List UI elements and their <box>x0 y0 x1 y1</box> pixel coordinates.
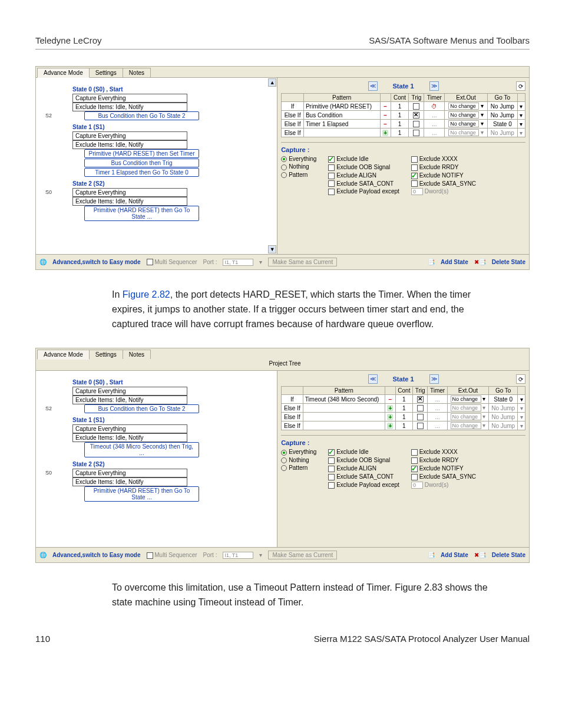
capture-nothing-radio-2[interactable] <box>281 457 287 463</box>
extout-select[interactable]: No change <box>448 103 479 110</box>
multi-sequencer-checkbox[interactable] <box>147 259 153 265</box>
extout-select[interactable]: No change <box>448 120 479 127</box>
exclude-oob-checkbox[interactable] <box>328 164 335 171</box>
exclude-idle-checkbox[interactable] <box>328 156 335 163</box>
exclude-satacont-checkbox[interactable] <box>328 180 335 187</box>
state-0-action-1[interactable]: Bus Condition then Go To State 2 <box>84 111 199 120</box>
trig-checkbox[interactable] <box>413 112 419 118</box>
table-row[interactable]: Else If + 1 ... No change ▾ No Jump▾ <box>282 421 525 430</box>
capture-pattern-radio[interactable] <box>281 172 287 178</box>
remove-icon[interactable]: − <box>388 396 392 403</box>
state-2-action-1-2[interactable]: Primitive (HARD RESET) then Go To State … <box>84 486 199 502</box>
extout-select[interactable]: No change <box>448 111 479 118</box>
state-1-capture[interactable]: Capture Everything <box>72 131 187 140</box>
exclude-rrdy-checkbox[interactable] <box>411 164 418 171</box>
state-1-action-3[interactable]: Timer 1 Elapsed then Go To State 0 <box>84 168 199 177</box>
exclude-align-checkbox-2[interactable] <box>328 466 335 472</box>
next-state-button[interactable]: ≫ <box>429 81 439 91</box>
exclude-rrdy-checkbox-2[interactable] <box>411 457 418 464</box>
exclude-satacont-checkbox-2[interactable] <box>328 474 335 480</box>
tab-settings[interactable]: Settings <box>89 68 123 77</box>
trig-checkbox[interactable] <box>413 130 419 136</box>
prev-state-button-2[interactable]: ≪ <box>368 374 378 384</box>
dword-input[interactable]: 0 <box>411 188 423 195</box>
capture-pattern-radio-2[interactable] <box>281 465 287 471</box>
prev-state-button[interactable]: ≪ <box>368 81 378 91</box>
state-0-exclude[interactable]: Exclude Items: Idle, Notify <box>72 103 187 111</box>
trig-checkbox[interactable] <box>417 396 424 403</box>
state-2-exclude-2[interactable]: Exclude Items: Idle, Notify <box>72 477 187 486</box>
state-1-capture-2[interactable]: Capture Everything <box>72 424 187 433</box>
scroll-down-icon[interactable]: ▼ <box>268 245 276 253</box>
tab-notes[interactable]: Notes <box>123 68 151 77</box>
make-same-button[interactable]: Make Same as Current <box>268 258 337 266</box>
trig-checkbox[interactable] <box>417 405 424 411</box>
delete-state-link[interactable]: Delete State <box>492 259 525 265</box>
add-icon[interactable]: + <box>387 423 393 429</box>
table-row[interactable]: Else If Timer 1 Elapsed − 1 ... No chang… <box>282 120 525 129</box>
state-0-action-1-2[interactable]: Bus Condition then Go To State 2 <box>84 404 199 413</box>
capture-everything-radio[interactable] <box>281 156 287 162</box>
dword-input-2[interactable]: 0 <box>411 482 423 489</box>
capture-nothing-radio[interactable] <box>281 164 287 170</box>
state-1-action-1-2[interactable]: Timeout (348 Micro Seconds) then Trig, .… <box>84 442 199 457</box>
remove-icon[interactable]: − <box>384 103 387 110</box>
add-state-link-2[interactable]: Add State <box>441 552 468 558</box>
table-row[interactable]: Else If + 1 ... No change ▾ No Jump▾ <box>282 404 525 413</box>
next-state-button-2[interactable]: ≫ <box>429 374 439 384</box>
table-row[interactable]: Else If + 1 ... No change ▾ No Jump▾ <box>282 129 525 137</box>
table-row[interactable]: If Timeout (348 Micro Second) − 1 ... No… <box>282 395 525 404</box>
state-0-capture[interactable]: Capture Everything <box>72 94 187 103</box>
state-2-action-1[interactable]: Primitive (HARD RESET) then Go To State … <box>84 206 199 221</box>
tab-settings-2[interactable]: Settings <box>89 350 123 359</box>
exclude-xxxx-checkbox-2[interactable] <box>411 449 418 456</box>
scroll-up-icon[interactable]: ▲ <box>268 78 276 87</box>
exclude-payload-checkbox-2[interactable] <box>328 482 335 489</box>
state-0-capture-2[interactable]: Capture Everything <box>72 387 187 396</box>
extout-select[interactable]: No change <box>451 396 481 403</box>
make-same-button-2[interactable]: Make Same as Current <box>268 551 337 559</box>
state-1-action-1[interactable]: Primitive (HARD RESET) then Set Timer <box>84 149 199 158</box>
timer-set-icon[interactable]: ⏱ <box>431 103 437 110</box>
exclude-idle-checkbox-2[interactable] <box>328 449 335 456</box>
exclude-align-checkbox[interactable] <box>328 173 335 179</box>
table-row[interactable]: Else If Bus Condition − 1 ... No change … <box>282 111 525 120</box>
add-state-link[interactable]: Add State <box>441 259 468 265</box>
state-2-exclude[interactable]: Exclude Items: Idle, Notify <box>72 197 187 206</box>
add-icon[interactable]: + <box>382 130 388 136</box>
exclude-satasync-checkbox[interactable] <box>411 180 418 187</box>
remove-icon[interactable]: − <box>384 112 387 118</box>
tab-notes-2[interactable]: Notes <box>123 350 151 359</box>
table-row[interactable]: If Primitive (HARD RESET) − 1 ⏱ No chang… <box>282 102 525 111</box>
trig-checkbox[interactable] <box>417 414 424 420</box>
state-2-capture-2[interactable]: Capture Everything <box>72 469 187 477</box>
remove-icon[interactable]: − <box>384 121 387 127</box>
table-row[interactable]: Else If + 1 ... No change ▾ No Jump▾ <box>282 413 525 421</box>
state-1-exclude[interactable]: Exclude Items: Idle, Notify <box>72 140 187 149</box>
tab-advance-mode-2[interactable]: Advance Mode <box>37 350 90 360</box>
switch-mode-link-2[interactable]: Advanced,switch to Easy mode <box>52 552 141 558</box>
exclude-oob-checkbox-2[interactable] <box>328 457 335 464</box>
state-0-exclude-2[interactable]: Exclude Items: Idle, Notify <box>72 396 187 404</box>
trig-checkbox[interactable] <box>413 121 419 127</box>
delete-state-link-2[interactable]: Delete State <box>492 552 525 558</box>
add-icon[interactable]: + <box>387 414 393 420</box>
port-select[interactable]: I1, T1 <box>223 259 253 266</box>
exclude-notify-checkbox[interactable] <box>411 173 418 179</box>
port-select-2[interactable]: I1, T1 <box>223 552 253 559</box>
state-1-action-2[interactable]: Bus Condition then Trig <box>84 159 199 167</box>
refresh-icon[interactable]: ⟳ <box>516 81 525 91</box>
exclude-payload-checkbox[interactable] <box>328 189 335 195</box>
multi-sequencer-checkbox-2[interactable] <box>147 552 153 559</box>
refresh-icon-2[interactable]: ⟳ <box>516 374 525 384</box>
figure-ref-link[interactable]: Figure 2.82 <box>123 289 170 299</box>
trig-checkbox[interactable] <box>417 423 424 429</box>
add-icon[interactable]: + <box>387 405 393 411</box>
state-2-capture[interactable]: Capture Everything <box>72 188 187 197</box>
capture-everything-radio-2[interactable] <box>281 450 287 456</box>
tab-advance-mode[interactable]: Advance Mode <box>37 68 90 78</box>
trig-checkbox[interactable] <box>413 103 419 110</box>
exclude-xxxx-checkbox[interactable] <box>411 156 418 163</box>
exclude-notify-checkbox-2[interactable] <box>411 466 418 472</box>
exclude-satasync-checkbox-2[interactable] <box>411 474 418 480</box>
